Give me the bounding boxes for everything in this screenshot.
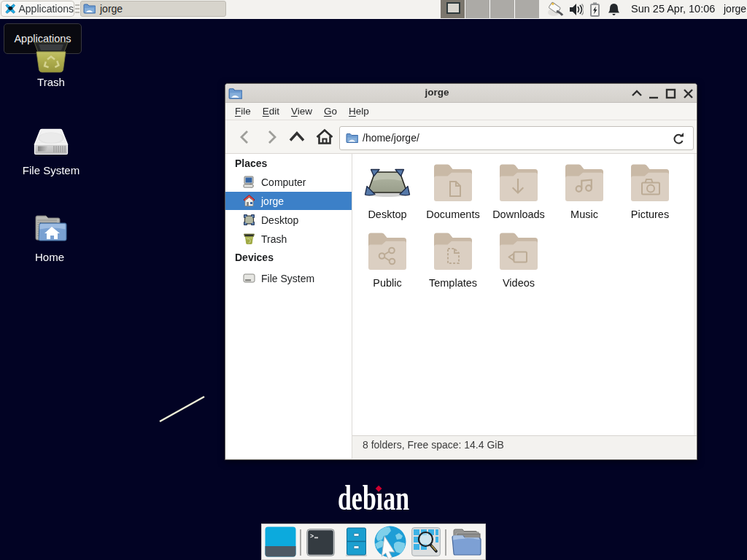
svg-text:Trash: Trash bbox=[37, 76, 65, 88]
svg-text:File System: File System bbox=[23, 164, 80, 176]
svg-text:Home: Home bbox=[35, 251, 64, 263]
svg-text:>: > bbox=[310, 533, 314, 540]
svg-text:debıan: debıan bbox=[338, 478, 409, 517]
